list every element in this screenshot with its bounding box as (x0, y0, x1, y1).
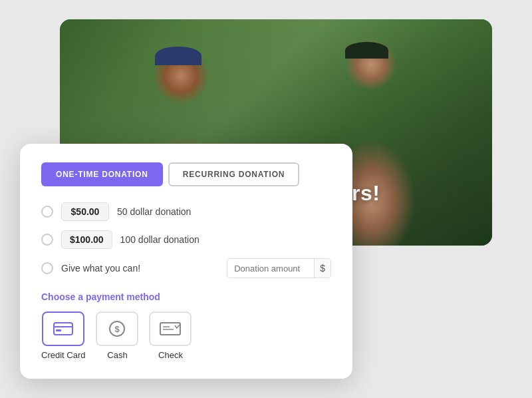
check-icon (159, 320, 182, 337)
donation-card: ONE-TIME DONATION RECURRING DONATION $50… (20, 144, 352, 379)
amount-label-50: 50 dollar donation (117, 206, 191, 217)
donation-input-wrap: $ (227, 258, 331, 278)
svg-rect-0 (54, 323, 72, 335)
amount-label-100: 100 dollar donation (120, 234, 200, 245)
amount-badge-100[interactable]: $100.00 (61, 230, 112, 249)
cash-label: Cash (107, 350, 127, 360)
svg-rect-2 (56, 329, 61, 331)
credit-card-icon (53, 321, 74, 337)
donation-amount-input[interactable] (227, 260, 314, 278)
cash-icon-wrap: $ (96, 311, 138, 346)
payment-option-cash[interactable]: $ Cash (96, 311, 138, 360)
amount-row-50: $50.00 50 dollar donation (41, 202, 331, 221)
tab-recurring[interactable]: RECURRING DONATION (168, 162, 300, 186)
amount-row-100: $100.00 100 dollar donation (41, 230, 331, 249)
amount-options: $50.00 50 dollar donation $100.00 100 do… (41, 202, 331, 278)
radio-100[interactable] (41, 234, 53, 246)
check-icon-wrap (149, 311, 192, 346)
currency-symbol: $ (314, 259, 331, 278)
svg-text:$: $ (115, 324, 120, 334)
svg-rect-5 (160, 323, 180, 335)
donation-tabs: ONE-TIME DONATION RECURRING DONATION (41, 162, 331, 186)
custom-label: Give what you can! (61, 263, 140, 274)
payment-option-check[interactable]: Check (149, 311, 192, 360)
amount-badge-50[interactable]: $50.00 (61, 202, 109, 221)
radio-custom[interactable] (41, 262, 53, 274)
check-label: Check (158, 350, 183, 360)
cash-icon: $ (108, 319, 126, 338)
tab-one-time[interactable]: ONE-TIME DONATION (41, 162, 163, 186)
credit-card-icon-wrap (42, 311, 84, 346)
credit-card-label: Credit Card (41, 350, 85, 360)
payment-method-heading[interactable]: Choose a payment method (41, 292, 331, 302)
hat-decoration-1 (155, 47, 201, 65)
custom-amount-row: Give what you can! $ (41, 258, 331, 278)
payment-methods: Credit Card $ Cash (41, 311, 331, 360)
scene: You Impact Matters! ONE-TIME DONATION RE… (20, 19, 512, 379)
radio-50[interactable] (41, 206, 53, 218)
payment-option-credit-card[interactable]: Credit Card (41, 311, 85, 360)
hat-decoration-2 (345, 42, 388, 59)
